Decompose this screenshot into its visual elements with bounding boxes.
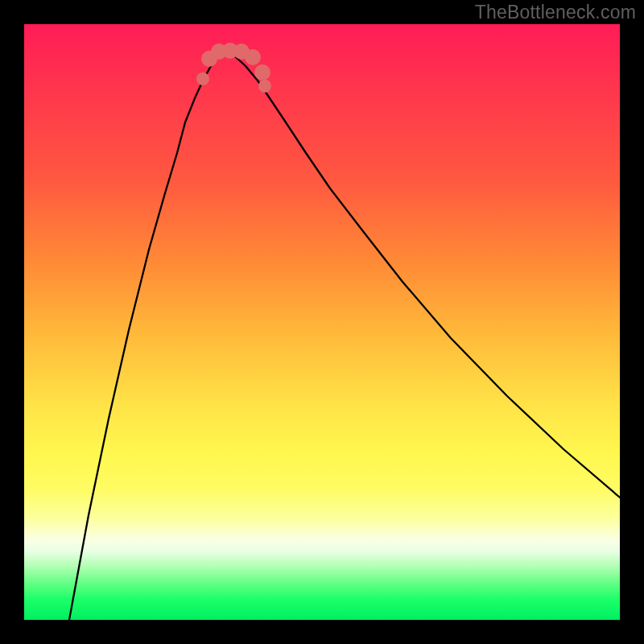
highlight-dot xyxy=(196,72,209,85)
chart-frame: TheBottleneck.com xyxy=(0,0,644,644)
bottleneck-curve-plot xyxy=(24,24,620,620)
highlight-dot xyxy=(258,80,271,93)
highlight-dot xyxy=(254,64,270,80)
highlight-dots-group xyxy=(196,43,271,93)
highlight-dot xyxy=(245,49,261,65)
watermark-text: TheBottleneck.com xyxy=(475,2,636,23)
bottleneck-curve-path xyxy=(69,53,620,620)
